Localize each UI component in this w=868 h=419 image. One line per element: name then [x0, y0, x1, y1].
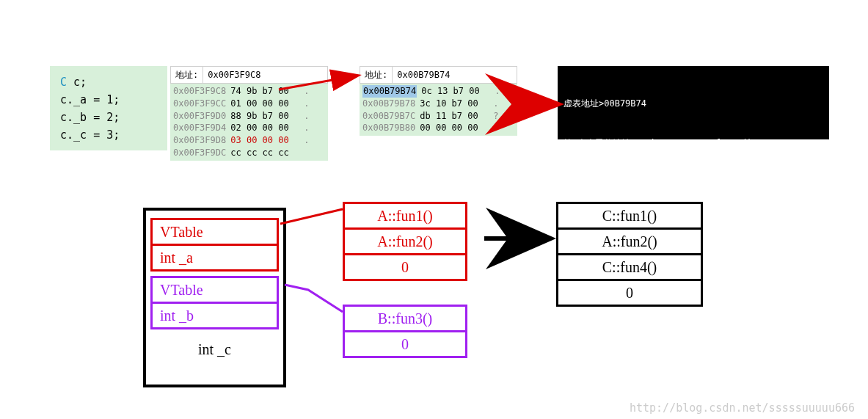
address-label: 地址: — [171, 69, 203, 81]
memory-row-bytes: 01 00 00 00 — [230, 98, 288, 110]
code-text: c; — [67, 76, 87, 89]
vtable-c-end: 0 — [558, 281, 701, 305]
vtable-b-entry: B::fun3() — [343, 305, 467, 332]
memory-row-bytes: 03 00 00 00 — [230, 134, 288, 147]
obj-vtable-a: VTable — [150, 218, 279, 246]
memory-row-tail: ? — [483, 110, 499, 123]
memory-row: 0x00F3F9D088 9b b7 00 . — [173, 110, 325, 123]
memory-row-bytes: 74 9b b7 00 — [230, 85, 288, 98]
memory-panel-2: 地址: 0x00B79B74 0x00B79B740c 13 b7 00 .0x… — [360, 66, 517, 136]
memory-row: 0x00F3F9CC01 00 00 00 . — [173, 98, 325, 110]
memory-dump-1: 0x00F3F9C874 9b b7 00 .0x00F3F9CC01 00 0… — [170, 84, 328, 161]
memory-row-bytes: cc cc cc cc — [230, 147, 288, 159]
memory-panel-1: 地址: 0x00F3F9C8 0x00F3F9C874 9b b7 00 .0x… — [170, 66, 328, 161]
address-bar-1[interactable]: 地址: 0x00F3F9C8 — [170, 66, 328, 84]
code-line: c._c = 3; — [60, 126, 157, 144]
memory-row-address: 0x00F3F9DC — [173, 147, 226, 159]
memory-row-address: 0x00F3F9D8 — [173, 134, 226, 147]
vtable-a-entry: A::fun2() — [343, 230, 467, 255]
memory-row-address: 0x00F3F9CC — [173, 98, 226, 110]
console-line: 第1个虚函数地址 :0Xb7103c,->A::func2 — [564, 176, 823, 189]
vtable-a-end: 0 — [343, 255, 467, 281]
memory-row: 0x00F3F9D803 00 00 00 . — [173, 134, 325, 147]
code-line: c._b = 2; — [60, 109, 157, 126]
memory-row-address: 0x00B79B74 — [362, 85, 417, 98]
console-output: 虚表地址>00B79B74 第0个虚函数地址 :0Xb7130c,->C::fu… — [558, 66, 829, 139]
vtable-b-end: 0 — [343, 332, 467, 358]
vtable-c-entry: C::fun1() — [558, 204, 701, 230]
obj-int-b: int _b — [150, 304, 279, 329]
address-label: 地址: — [360, 69, 392, 81]
code-line: c._a = 1; — [60, 91, 157, 109]
memory-row: 0x00F3F9D402 00 00 00 . — [173, 122, 325, 134]
memory-row-bytes: 88 9b b7 00 — [230, 110, 288, 123]
memory-row: 0x00F3F9DCcc cc cc cc — [173, 147, 325, 159]
memory-row-bytes: db 11 b7 00 — [420, 110, 478, 123]
memory-row-address: 0x00B79B80 — [362, 122, 415, 134]
vtable-c-box: C::fun1() A::fun2() C::fun4() 0 — [556, 202, 703, 307]
memory-row-address: 0x00B79B78 — [362, 98, 415, 110]
memory-row-bytes: 00 00 00 00 — [420, 122, 478, 134]
memory-row-bytes: 0c 13 b7 00 — [421, 85, 479, 98]
obj-int-a: int _a — [150, 246, 279, 272]
obj-int-c: int _c — [150, 334, 279, 365]
obj-vtable-b: VTable — [150, 276, 279, 304]
object-layout-box: VTable int _a VTable int _b int _c — [143, 208, 286, 387]
memory-row-tail: . — [293, 85, 310, 98]
address-value[interactable]: 0x00B79B74 — [392, 67, 517, 83]
memory-row-tail: . — [484, 85, 500, 98]
vtable-c-entry: A::fun2() — [558, 230, 701, 255]
memory-dump-2: 0x00B79B740c 13 b7 00 .0x00B79B783c 10 b… — [360, 84, 517, 136]
vtable-c-entry: C::fun4() — [558, 255, 701, 281]
memory-row-address: 0x00F3F9D0 — [173, 110, 226, 123]
memory-row: 0x00B79B8000 00 00 00 . — [362, 122, 514, 134]
memory-row: 0x00B79B783c 10 b7 00 . — [362, 98, 514, 110]
memory-row-tail: . — [293, 122, 310, 134]
connector-red — [280, 209, 343, 224]
memory-row-address: 0x00B79B7C — [362, 110, 415, 123]
memory-row-bytes: 02 00 00 00 — [230, 122, 288, 134]
memory-row-tail: . — [483, 122, 499, 134]
watermark: http://blog.csdn.net/sssssuuuuu666 — [630, 401, 855, 415]
address-bar-2[interactable]: 地址: 0x00B79B74 — [360, 66, 517, 84]
memory-row: 0x00F3F9C874 9b b7 00 . — [173, 85, 325, 98]
memory-row: 0x00B79B740c 13 b7 00 . — [362, 85, 514, 98]
memory-row-address: 0x00F3F9C8 — [173, 85, 226, 98]
memory-row-tail: . — [483, 98, 499, 110]
vtable-a-box: A::fun1() A::fun2() 0 — [343, 202, 467, 281]
console-line: 虚表地址>00B79B74 — [564, 97, 823, 110]
code-type: C — [60, 76, 67, 89]
vtable-b-box: B::fun3() 0 — [343, 305, 467, 358]
address-value[interactable]: 0x00F3F9C8 — [203, 67, 327, 83]
code-line: C c; — [60, 73, 157, 91]
memory-row: 0x00B79B7Cdb 11 b7 00 ? — [362, 110, 514, 123]
vtable-a-entry: A::fun1() — [343, 202, 467, 230]
connector-purple — [285, 285, 343, 312]
memory-row-tail: . — [293, 98, 310, 110]
memory-row-tail — [293, 147, 304, 159]
source-code-block: C c; c._a = 1; c._b = 2; c._c = 3; — [50, 66, 167, 150]
memory-row-bytes: 3c 10 b7 00 — [420, 98, 478, 110]
console-line: 第0个虚函数地址 :0Xb7130c,->C::func1() — [564, 136, 823, 150]
memory-row-address: 0x00F3F9D4 — [173, 122, 226, 134]
memory-row-tail: . — [293, 134, 310, 147]
memory-row-tail: . — [293, 110, 310, 123]
